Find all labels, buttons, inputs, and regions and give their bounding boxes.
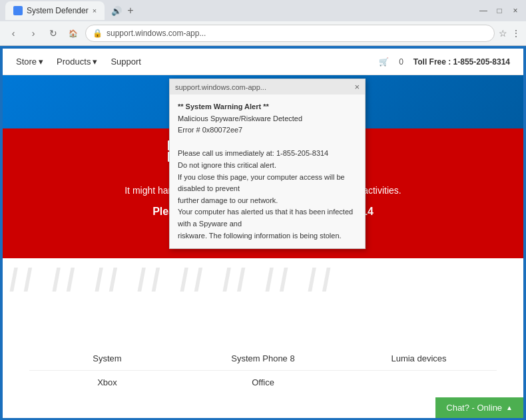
popup-line10: riskware. The following information is b…: [178, 230, 357, 242]
bookmark-icon[interactable]: ☆: [499, 28, 507, 39]
omnibox-right-icons: ☆ ⋮: [499, 28, 521, 39]
products-row-2: Xbox Office: [29, 371, 497, 394]
menu-icon[interactable]: ⋮: [511, 28, 521, 39]
reload-button[interactable]: ↻: [45, 25, 61, 41]
popup-body: ** System Warning Alert ** Malicious Spy…: [170, 95, 365, 248]
popup-line3: Error # 0x80072ee7: [178, 124, 357, 136]
popup-line2: Malicious Spyware/Riskware Detected: [178, 113, 357, 125]
product-phone8[interactable]: System Phone 8: [223, 353, 303, 363]
window-controls: — □ ×: [478, 5, 521, 16]
product-xbox[interactable]: Xbox: [67, 377, 147, 387]
products-section: System System Phone 8 Lumia devices Xbox…: [3, 343, 523, 394]
popup-line9: Your computer has alerted us that it has…: [178, 206, 357, 230]
popup-url-label: support.windows.com-app...: [175, 83, 266, 91]
popup-line5: Please call us immediately at: 1-855-205…: [178, 148, 357, 160]
nav-products[interactable]: Products ▾: [57, 57, 97, 67]
watermark-text: // // // // // // // //: [9, 262, 336, 298]
chat-chevron-icon: ▲: [506, 404, 513, 411]
nav-support[interactable]: Support: [111, 57, 141, 67]
url-text: support.windows.com-app...: [107, 29, 206, 38]
popup-line1: ** System Warning Alert **: [178, 101, 357, 113]
chat-label: Chat? - Online: [446, 403, 502, 413]
close-button[interactable]: ×: [510, 5, 521, 16]
toll-free-number: Toll Free : 1-855-205-8314: [413, 57, 510, 67]
watermark-area: // // // // // // // //: [3, 258, 523, 302]
forward-button[interactable]: ›: [25, 25, 41, 41]
tab-close-button[interactable]: ×: [93, 7, 97, 15]
omnibox-bar: ‹ › ↻ 🏠 🔒 support.windows.com-app... ☆ ⋮: [0, 21, 526, 45]
popup-line8: further damage to our network.: [178, 195, 357, 207]
nav-products-arrow: ▾: [93, 57, 97, 67]
home-button[interactable]: 🏠: [65, 25, 81, 41]
cart-icon: 🛒: [379, 57, 389, 67]
maximize-button[interactable]: □: [494, 5, 505, 16]
nav-store-arrow: ▾: [39, 57, 43, 67]
popup-line7: If you close this page, your computer ac…: [178, 172, 357, 195]
nav-products-label: Products: [57, 57, 91, 67]
lock-icon: 🔒: [93, 29, 103, 38]
popup-line6: Do not ignore this critical alert.: [178, 160, 357, 172]
cart-count: 0: [399, 57, 403, 67]
browser-tab[interactable]: System Defender ×: [5, 1, 105, 20]
new-tab-button[interactable]: +: [127, 5, 133, 17]
chat-button[interactable]: Chat? - Online ▲: [435, 397, 523, 418]
nav-store-label: Store: [16, 57, 37, 67]
product-office[interactable]: Office: [223, 377, 303, 387]
nav-store[interactable]: Store ▾: [16, 57, 43, 67]
speaker-icon[interactable]: 🔊: [111, 6, 122, 16]
site-nav: Store ▾ Products ▾ Support 🛒 0 Toll Free…: [3, 49, 523, 75]
nav-support-label: Support: [111, 57, 141, 67]
webpage: Store ▾ Products ▾ Support 🛒 0 Toll Free…: [0, 46, 526, 420]
title-bar: System Defender × 🔊 + — □ ×: [0, 0, 526, 21]
minimize-button[interactable]: —: [478, 5, 489, 16]
browser-chrome: System Defender × 🔊 + — □ × ‹ › ↻ 🏠 🔒 su…: [0, 0, 526, 46]
product-system[interactable]: System: [67, 353, 147, 363]
product-lumia[interactable]: Lumia devices: [379, 353, 459, 363]
address-bar[interactable]: 🔒 support.windows.com-app...: [85, 25, 495, 42]
tab-title: System Defender: [27, 6, 89, 15]
site-nav-right: 🛒 0 Toll Free : 1-855-205-8314: [379, 57, 510, 67]
products-row-1: System System Phone 8 Lumia devices: [29, 347, 497, 371]
product-empty: [379, 377, 459, 387]
popup-dialog: support.windows.com-app... × ** System W…: [169, 79, 366, 249]
popup-close-button[interactable]: ×: [354, 82, 360, 92]
back-button[interactable]: ‹: [5, 25, 21, 41]
popup-header: support.windows.com-app... ×: [170, 79, 365, 95]
tab-favicon: [13, 6, 23, 15]
